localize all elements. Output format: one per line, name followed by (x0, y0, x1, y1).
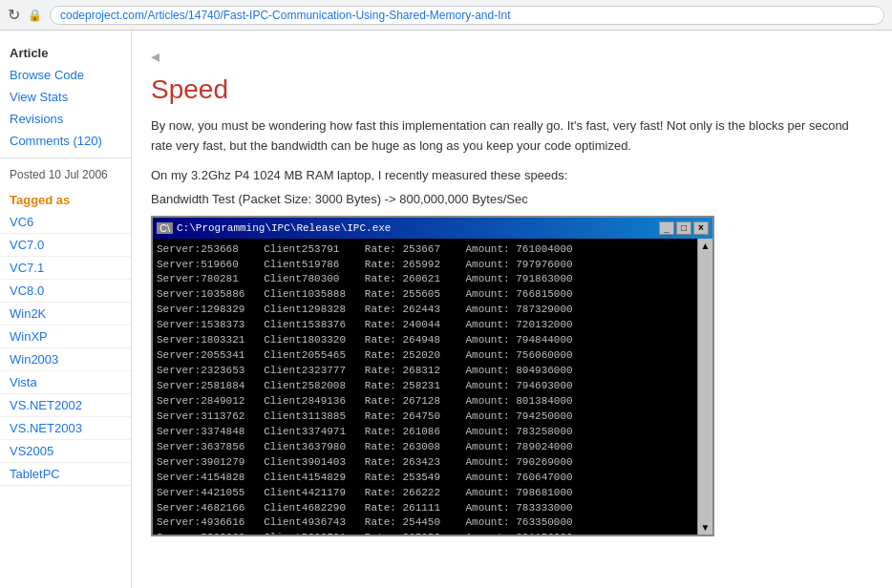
url-bar[interactable]: codeproject.com/Articles/14740/Fast-IPC-… (50, 6, 884, 25)
sidebar-tag-vsnet2003[interactable]: VS.NET2003 (0, 417, 131, 440)
sidebar: Article Browse Code View Stats Revisions… (0, 31, 132, 588)
sidebar-section-title: Article (0, 38, 131, 64)
back-arrow[interactable]: ◂ (151, 46, 159, 67)
console-minimize-button[interactable]: _ (659, 221, 674, 235)
sidebar-tag-win2k[interactable]: Win2K (0, 303, 131, 326)
sidebar-tag-vc6[interactable]: VC6 (0, 211, 131, 234)
console-body: Server:253668 Client253791 Rate: 253667 … (153, 239, 697, 535)
console-app-icon: C\ (157, 222, 173, 234)
page-title: Speed (151, 74, 873, 105)
console-titlebar: C\ C:\Programming\IPC\Release\IPC.exe _ … (153, 218, 712, 239)
scrollbar-up-icon[interactable]: ▲ (701, 241, 711, 251)
sidebar-tag-winxp[interactable]: WinXP (0, 326, 131, 348)
main-content: ◂ Speed By now, you must be wondering ho… (132, 31, 892, 588)
measure-text-content: On my 3.2Ghz P4 1024 MB RAM laptop, I re… (151, 168, 567, 182)
sidebar-posted: Posted 10 Jul 2006 (0, 164, 131, 185)
sidebar-divider (0, 158, 131, 158)
measure-text: On my 3.2Ghz P4 1024 MB RAM laptop, I re… (151, 168, 873, 182)
page-layout: Article Browse Code View Stats Revisions… (0, 31, 892, 588)
sidebar-tag-vsnet2002[interactable]: VS.NET2002 (0, 394, 131, 417)
sidebar-tagged-label: Tagged as (0, 185, 131, 211)
console-close-button[interactable]: × (693, 221, 709, 235)
console-maximize-button[interactable]: □ (676, 221, 691, 235)
intro-text: By now, you must be wondering how fast t… (151, 116, 873, 157)
browser-bar: ↻ 🔒 codeproject.com/Articles/14740/Fast-… (0, 0, 892, 31)
sidebar-tag-win2003[interactable]: Win2003 (0, 348, 131, 371)
console-title-buttons: _ □ × (659, 221, 709, 235)
console-scrollbar[interactable]: ▲ ▼ (697, 239, 712, 535)
console-title-left: C\ C:\Programming\IPC\Release\IPC.exe (157, 222, 391, 234)
sidebar-link-comments[interactable]: Comments (120) (0, 130, 131, 152)
scrollbar-down-icon[interactable]: ▼ (701, 522, 711, 533)
console-title-text: C:\Programming\IPC\Release\IPC.exe (177, 222, 391, 234)
sidebar-tag-vista[interactable]: Vista (0, 371, 131, 394)
refresh-icon[interactable]: ↻ (8, 6, 20, 24)
intro-text-content: By now, you must be wondering how fast t… (151, 118, 849, 153)
sidebar-tag-vs2005[interactable]: VS2005 (0, 440, 131, 463)
sidebar-tags: VC6VC7.0VC7.1VC8.0Win2KWinXPWin2003Vista… (0, 211, 131, 486)
sidebar-link-view-stats[interactable]: View Stats (0, 86, 131, 108)
lock-icon: 🔒 (28, 9, 42, 22)
sidebar-link-browse-code[interactable]: Browse Code (0, 64, 131, 86)
sidebar-link-revisions[interactable]: Revisions (0, 108, 131, 130)
sidebar-tag-vc80[interactable]: VC8.0 (0, 280, 131, 303)
bandwidth-text: Bandwidth Test (Packet Size: 3000 Bytes)… (151, 192, 873, 206)
console-window: C\ C:\Programming\IPC\Release\IPC.exe _ … (151, 216, 714, 536)
sidebar-tag-tabletpc[interactable]: TabletPC (0, 463, 131, 486)
sidebar-tag-vc71[interactable]: VC7.1 (0, 257, 131, 280)
sidebar-tag-vc70[interactable]: VC7.0 (0, 234, 131, 257)
